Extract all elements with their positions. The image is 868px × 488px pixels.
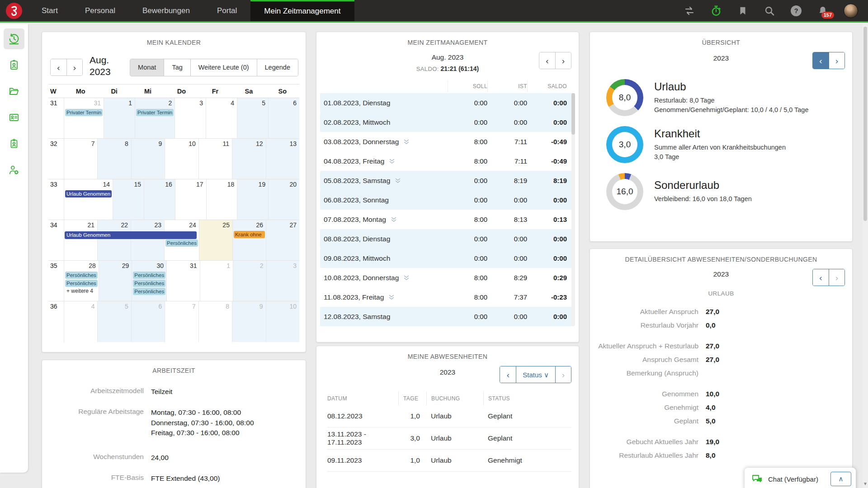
calendar-day[interactable]: 1 — [104, 98, 135, 138]
calendar-day[interactable]: 14 Urlaub Genommen — [64, 179, 113, 220]
calendar-day[interactable]: 18 — [206, 179, 237, 220]
absence-row[interactable]: 13.11.2023 - 17.11.2023 3,0 Urlaub Gepla… — [327, 427, 571, 450]
view-weitere-leute-button[interactable]: Weitere Leute (0) — [190, 59, 257, 76]
calendar-day[interactable]: 21 — [64, 220, 97, 260]
nav-tab-personal[interactable]: Personal — [71, 0, 129, 21]
calendar-day[interactable]: 7 — [64, 139, 97, 179]
nav-tab-start[interactable]: Start — [28, 0, 71, 21]
absence-row[interactable]: 09.11.2023 1,0 Urlaub Genehmigt — [327, 450, 571, 472]
calendar-day[interactable]: 30 Persönliches Persönliches Persönliche… — [132, 261, 166, 301]
view-monat-button[interactable]: Monat — [130, 59, 164, 76]
calendar-day[interactable]: 29 — [99, 261, 132, 301]
calendar-event[interactable]: Persönliches — [65, 280, 98, 287]
calendar-day[interactable]: 20 — [268, 179, 299, 220]
time-row[interactable]: 06.08.2023, Sonntag 0:000:000:00 — [320, 190, 574, 210]
calendar-event[interactable]: Privater Termin — [136, 109, 174, 116]
view-tag-button[interactable]: Tag — [164, 59, 190, 76]
calendar-prev-button[interactable]: ‹ — [51, 59, 66, 75]
calendar-next-button[interactable]: › — [66, 59, 82, 75]
calendar-day[interactable]: 3 — [266, 261, 299, 301]
overview-next-button[interactable]: › — [829, 52, 844, 69]
time-row[interactable]: 01.08.2023, Dienstag 0:000:000:00 — [320, 93, 574, 113]
calendar-day[interactable]: 2 — [233, 261, 266, 301]
swap-icon[interactable] — [684, 5, 695, 17]
help-icon[interactable]: ? — [790, 5, 802, 17]
calendar-day[interactable]: 19 — [237, 179, 268, 220]
calendar-day[interactable]: 27 — [266, 220, 299, 260]
expand-chevrons-icon[interactable] — [395, 178, 401, 183]
calendar-day-today[interactable]: 25 — [199, 220, 232, 260]
bell-icon[interactable]: 157 — [817, 5, 829, 17]
table-scrollbar-thumb[interactable] — [571, 93, 575, 135]
avatar[interactable] — [844, 4, 858, 18]
sidebar-item-employee-badge[interactable] — [4, 55, 24, 75]
chat-widget[interactable]: Chat (Verfügbar) ∧ — [745, 468, 856, 488]
sidebar-item-user-settings[interactable] — [4, 160, 24, 180]
time-row[interactable]: 12.08.2023, Samstag 0:000:000:00 — [320, 307, 574, 326]
calendar-day[interactable]: 10 — [165, 139, 198, 179]
calendar-day[interactable]: 31 Privater Termin — [64, 98, 104, 138]
calendar-event[interactable]: Privater Termin — [65, 109, 103, 116]
bookmark-icon[interactable] — [737, 5, 749, 17]
calendar-day[interactable]: 7 — [165, 301, 198, 342]
calendar-day[interactable]: 5 — [97, 301, 131, 342]
stopwatch-icon[interactable] — [710, 5, 722, 17]
nav-tab-bewerbungen[interactable]: Bewerbungen — [129, 0, 203, 21]
time-next-button[interactable]: › — [555, 52, 571, 69]
calendar-day[interactable]: 9 — [131, 139, 165, 179]
page-scrollbar-thumb[interactable] — [863, 27, 867, 221]
overview-prev-button[interactable]: ‹ — [813, 52, 829, 69]
time-row[interactable]: 07.08.2023, Montag 8:008:130:13 — [320, 210, 574, 229]
absences-next-button[interactable]: › — [555, 366, 571, 383]
calendar-day[interactable]: 17 — [175, 179, 206, 220]
calendar-event[interactable]: Persönliches — [133, 288, 165, 295]
calendar-day[interactable]: 11 — [198, 139, 232, 179]
app-logo[interactable] — [0, 0, 28, 21]
expand-chevrons-icon[interactable] — [403, 275, 410, 281]
sidebar-item-documents[interactable] — [4, 81, 24, 102]
calendar-day[interactable]: 6 — [131, 301, 165, 342]
calendar-day[interactable]: 24 Persönliches — [164, 220, 199, 260]
calendar-day[interactable]: 28 Persönliches Persönliches + weitere 4 — [64, 261, 99, 301]
calendar-event[interactable]: Persönliches — [133, 280, 165, 287]
sidebar-item-id-card[interactable] — [4, 107, 24, 128]
time-row[interactable]: 11.08.2023, Freitag 8:007:37-0:23 — [320, 287, 574, 307]
scrollbar-down-arrow[interactable]: ▼ — [863, 481, 868, 486]
calendar-day[interactable]: 16 — [144, 179, 175, 220]
calendar-day[interactable]: 22 — [97, 220, 131, 260]
expand-chevrons-icon[interactable] — [388, 295, 395, 300]
calendar-event[interactable]: Persönliches — [65, 272, 98, 279]
calendar-event[interactable]: Persönliches — [133, 272, 165, 279]
calendar-span-event[interactable]: Urlaub Genommen — [65, 231, 197, 239]
more-events-link[interactable]: + weitere 4 — [65, 288, 98, 294]
absences-prev-button[interactable]: ‹ — [500, 366, 516, 383]
calendar-day[interactable]: 31 — [166, 261, 199, 301]
time-row[interactable]: 09.08.2023, Mittwoch 0:000:000:00 — [320, 249, 574, 268]
nav-tab-zeitmanagement[interactable]: Mein Zeitmanagement — [250, 0, 354, 21]
calendar-day[interactable]: 8 — [97, 139, 131, 179]
sidebar-item-time-history[interactable] — [4, 28, 24, 49]
calendar-day[interactable]: 1 — [200, 261, 233, 301]
status-dropdown[interactable]: Status ∨ — [516, 366, 555, 383]
sidebar-item-personnel-file[interactable] — [4, 133, 24, 154]
calendar-day[interactable]: 8 — [198, 301, 232, 342]
calendar-day[interactable]: 15 — [113, 179, 144, 220]
calendar-day[interactable]: 23 — [131, 220, 164, 260]
calendar-day[interactable]: 5 — [237, 98, 268, 138]
calendar-day[interactable]: 4 — [64, 301, 97, 342]
calendar-day[interactable]: 12 — [232, 139, 265, 179]
calendar-event[interactable]: Urlaub Genommen — [65, 190, 112, 197]
calendar-day[interactable]: 9 — [232, 301, 265, 342]
calendar-event[interactable]: Krank ohne — [234, 231, 265, 238]
calendar-day[interactable]: 4 — [206, 98, 237, 138]
expand-chevrons-icon[interactable] — [391, 217, 397, 222]
chat-expand-button[interactable]: ∧ — [830, 472, 851, 486]
time-row[interactable]: 02.08.2023, Mittwoch 0:000:000:00 — [320, 113, 574, 132]
time-row[interactable]: 05.08.2023, Samstag 0:008:198:19 — [320, 171, 574, 190]
calendar-day[interactable]: 13 — [266, 139, 299, 179]
calendar-day[interactable]: 3 — [175, 98, 206, 138]
view-legende-button[interactable]: Legende — [257, 59, 298, 76]
detail-prev-button[interactable]: ‹ — [813, 269, 829, 286]
time-row[interactable]: 08.08.2023, Dienstag 0:000:000:00 — [320, 229, 574, 249]
calendar-day[interactable]: 26 Krank ohne — [232, 220, 266, 260]
